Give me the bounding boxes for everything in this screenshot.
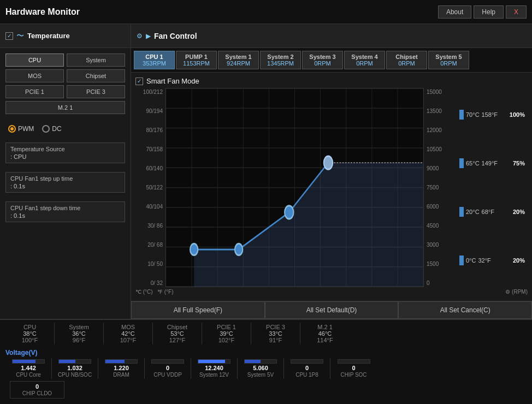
fan-curve-svg [166,88,423,287]
rpm-btn-sys5[interactable]: System 5 0RPM [428,51,469,69]
step-down-box: CPU Fan1 step down time : 0.1s [5,201,125,222]
v-cpu-nb: 1.032 CPU NB/SOC [52,358,98,379]
v-bar-cpu1p8 [291,359,323,364]
top-section: ✓ 〜 Temperature CPU System MOS Chipset P… [0,24,532,319]
mode-section: PWM DC [0,120,131,138]
sensor-pcie3: PCIE 3 33°C 91°F [251,323,300,344]
temp-legend: 70°C 158°F 100% 65°C 149°F 75% 20° [457,88,528,287]
v-cpu-core: 1.442 CPU Core [5,358,52,379]
about-button[interactable]: About [438,5,471,19]
v-bar-sys12v [198,359,230,364]
close-button[interactable]: X [506,5,527,19]
temp-f-0: 158°F [482,111,498,118]
sensor-m21: M.2 1 46°C 114°F [300,323,350,344]
temp-legend-row-1: 65°C 149°F 75% [459,158,525,168]
pwm-radio[interactable]: PWM [8,125,34,133]
v-bar-dram [105,359,138,364]
fan-btn-pcie3[interactable]: PCIE 3 [67,85,125,98]
temp-panel-header: ✓ 〜 Temperature [0,24,131,48]
set-cancel-button[interactable]: All Set Cancel(C) [398,301,532,319]
pwm-label: PWM [18,125,34,133]
fan-control-header: ⚙ ▶ Fan Control [131,24,532,48]
step-up-box: CPU Fan1 step up time : 0.1s [5,172,125,193]
v-chip-soc: 0 CHIP SOC [330,358,377,379]
v-cpu-vddp: 0 CPU VDDP [145,358,191,379]
fan-btn-chipset[interactable]: Chipset [67,69,125,82]
temp-legend-row-3: 0°C 32°F 20% [459,256,525,265]
svg-point-24 [235,243,243,255]
voltage-bars: 1.442 CPU Core 1.032 CPU NB/SOC 1.220 DR… [5,358,527,379]
fan-btn-mos[interactable]: MOS [5,69,64,82]
temp-source-title: Temperature Source [10,146,120,152]
sensor-system: System 36°C 96°F [55,323,104,344]
chart-labels-right: 15000 13500 12000 10500 9000 7500 6000 4… [427,88,454,287]
svg-point-26 [324,156,333,169]
temp-checkbox-icon[interactable]: ✓ [5,32,13,40]
chart-labels-left: 100/212 90/194 80/176 70/158 60/140 50/1… [135,88,163,287]
fan-header-icon: ⚙ [137,32,143,40]
temp-pct-0: 100% [510,111,525,118]
sensor-mos: MOS 42°C 107°F [104,323,153,344]
step-up-title: CPU Fan1 step up time [10,175,120,182]
temp-legend-row-0: 70°C 158°F 100% [459,110,525,120]
chart-canvas[interactable] [165,88,424,287]
rpm-btn-pump1[interactable]: PUMP 1 1153RPM [176,51,217,69]
svg-point-25 [285,206,293,219]
v-bar-chip-soc [338,359,370,364]
fan-btn-system[interactable]: System [67,54,125,67]
fan-btn-cpu[interactable]: CPU [5,54,64,67]
temp-bar-1 [459,158,464,168]
set-default-button[interactable]: All Set Default(D) [265,301,399,319]
temp-f-1: 149°F [482,160,498,167]
full-speed-button[interactable]: All Full Speed(F) [131,301,265,319]
help-button[interactable]: Help [474,5,504,19]
rpm-btn-cpu1[interactable]: CPU 1 353RPM [134,51,175,69]
window-controls: About Help X [438,5,527,19]
voltage-section: Voltage(V) 1.442 CPU Core 1.032 CPU NB/S… [0,347,532,400]
v-bar-cpu-nb [58,359,91,364]
rpm-btn-sys4[interactable]: System 4 0RPM [344,51,385,69]
temp-bar-3 [459,256,464,265]
left-panel: ✓ 〜 Temperature CPU System MOS Chipset P… [0,24,131,319]
svg-marker-21 [194,163,423,287]
temp-f-2: 68°F [482,209,494,215]
fan-btn-m21[interactable]: M.2 1 [5,101,125,114]
sensor-row: CPU 38°C 100°F System 36°C 96°F MOS 42°C… [0,320,532,347]
action-buttons: All Full Speed(F) All Set Default(D) All… [131,301,532,319]
sensor-pcie1: PCIE 1 39°C 102°F [202,323,251,344]
main-container: ✓ 〜 Temperature CPU System MOS Chipset P… [0,24,532,404]
v-bar-sys5v [244,359,277,364]
fan-btn-pcie1[interactable]: PCIE 1 [5,85,64,98]
rpm-btn-chipset[interactable]: Chipset 0RPM [386,51,427,69]
smart-fan-header: ✓ Smart Fan Mode [135,77,528,85]
temp-c-3: 0°C [466,257,476,264]
v-sys12v: 12.240 System 12V [191,358,238,379]
temp-bar-0 [459,110,464,120]
step-down-value: : 0.1s [10,211,120,219]
step-down-title: CPU Fan1 step down time [10,205,120,211]
rpm-buttons-row: CPU 1 353RPM PUMP 1 1153RPM System 1 924… [131,48,532,73]
v-chip-cldo: 0 CHIP CLDO [10,381,64,399]
dc-radio-dot [42,125,50,133]
rpm-btn-sys1[interactable]: System 1 924RPM [218,51,259,69]
temp-c-1: 65°C [466,160,480,167]
step-up-value: : 0.1s [10,182,120,189]
right-panel: ⚙ ▶ Fan Control CPU 1 353RPM PUMP 1 1153… [131,24,532,319]
temp-pct-1: 75% [513,160,525,167]
chart-rpm-unit: ⚙ (RPM) [505,289,528,295]
v-bar-cpu-vddp [151,359,184,364]
sensor-cpu: CPU 38°C 100°F [5,323,55,344]
rpm-btn-sys2[interactable]: System 2 1345RPM [260,51,301,69]
app-title: Hardware Monitor [5,7,80,17]
chart-area: ✓ Smart Fan Mode 100/212 90/194 80/176 7… [131,73,532,301]
fan-source-buttons: CPU System MOS Chipset PCIE 1 PCIE 3 M.2… [0,48,131,120]
v-bar-cpu-core [12,359,45,364]
bottom-section: CPU 38°C 100°F System 36°C 96°F MOS 42°C… [0,319,532,404]
chart-wrapper: 100/212 90/194 80/176 70/158 60/140 50/1… [135,88,528,287]
title-bar: Hardware Monitor About Help X [0,0,532,24]
dc-radio[interactable]: DC [42,125,61,133]
smart-fan-checkbox[interactable]: ✓ [135,78,143,85]
smart-fan-title: Smart Fan Mode [146,77,199,85]
rpm-btn-sys3[interactable]: System 3 0RPM [302,51,343,69]
temp-legend-row-2: 20°C 68°F 20% [459,207,525,217]
